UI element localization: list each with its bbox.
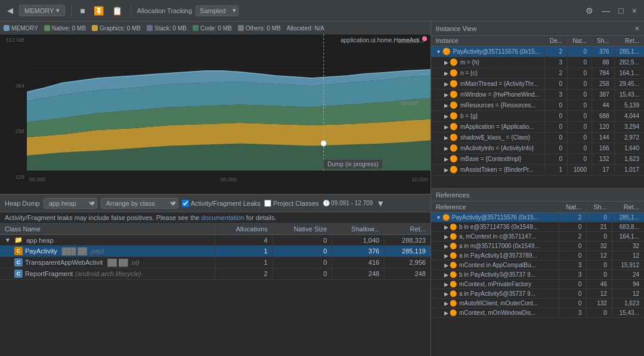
tree-toggle[interactable]: ▶ xyxy=(444,124,448,130)
instance-row[interactable]: ▶ 🟠 n = {c} 2 0 784 164,1... xyxy=(431,68,644,79)
col-native-size[interactable]: Native Size xyxy=(273,224,332,235)
col-allocations[interactable]: Allocations xyxy=(215,224,273,235)
inst-col-de[interactable]: De... xyxy=(545,36,568,47)
tree-toggle-icon[interactable]: ▼ xyxy=(5,237,11,243)
reference-row[interactable]: ▶ 🟠 b in e@357114736 (0x1549... 0 21 683… xyxy=(431,222,644,232)
reference-row[interactable]: ▶ 🟠 a in PayActivity1@3573789... 0 12 12 xyxy=(431,251,644,261)
col-retained[interactable]: Ret... xyxy=(385,224,431,235)
reference-row[interactable]: ▶ 🟠 a in m@357117000 (0x1549... 0 32 32 xyxy=(431,242,644,251)
ref-tree-toggle[interactable]: ▶ xyxy=(444,243,448,249)
instance-row[interactable]: ▶ 🟠 mApplication = {Applicatio... 0 0 12… xyxy=(431,122,644,132)
instance-row[interactable]: ▶ 🟠 mBase = {ContextImpl} 0 0 132 1,623 xyxy=(431,154,644,165)
ref-icon: 🟠 xyxy=(450,243,457,249)
arrange-select-wrapper[interactable]: Arrange by class Arrange by callstack xyxy=(101,198,178,209)
reference-row[interactable]: ▶ 🟠 b in PayActivity3@35737 9... 3 0 24 xyxy=(431,270,644,280)
col-class-name[interactable]: Class Name xyxy=(0,224,215,235)
ref-tree-toggle[interactable]: ▼ xyxy=(436,215,441,221)
reference-row[interactable]: ▶ 🟠 mAutofillClient, mOuterCont... 0 132… xyxy=(431,299,644,308)
sampled-select[interactable]: Sampled Full xyxy=(196,5,239,16)
ref-col-sh[interactable]: Sh... xyxy=(587,202,612,213)
ref-tree-toggle[interactable]: ▶ xyxy=(444,291,448,297)
ref-tree-toggle[interactable]: ▶ xyxy=(444,310,448,316)
ref-ret: 1,623 xyxy=(612,299,644,308)
tree-toggle[interactable]: ▶ xyxy=(444,113,448,119)
reference-row[interactable]: ▶ 🟠 a, mContext in c@3571147... 2 0 164,… xyxy=(431,232,644,242)
references-data-table: Reference Nat... Sh... Ret... ▼ 🟠 PayAct… xyxy=(431,202,644,318)
table-row[interactable]: C PayActivity ███ ██ .pay) 1 0 376 285,1… xyxy=(0,246,431,257)
project-classes-checkbox[interactable] xyxy=(264,200,271,207)
gc-button[interactable]: ⏬ xyxy=(91,5,106,17)
ref-col-ret[interactable]: Ret... xyxy=(612,202,644,213)
instance-view-close[interactable]: × xyxy=(634,24,639,33)
maximize-button[interactable]: □ xyxy=(616,5,626,17)
tree-toggle[interactable]: ▼ xyxy=(436,49,441,55)
inst-sh: 688 xyxy=(592,111,615,122)
tree-toggle[interactable]: ▶ xyxy=(444,135,448,141)
tree-toggle[interactable]: ▶ xyxy=(444,167,448,173)
heap-select-wrapper[interactable]: app heap image heap zygote heap xyxy=(44,198,97,209)
inst-col-instance[interactable]: Instance xyxy=(431,36,545,47)
instance-row[interactable]: ▶ 🟠 mActivityInfo = {ActivityInfo} 0 0 1… xyxy=(431,143,644,154)
ref-tree-toggle[interactable]: ▶ xyxy=(444,262,448,268)
documentation-link[interactable]: documentation xyxy=(202,214,244,221)
col-shallow[interactable]: Shallow... xyxy=(332,224,385,235)
minimize-button[interactable]: — xyxy=(599,5,612,17)
tree-toggle[interactable]: ▶ xyxy=(444,81,448,87)
reference-row[interactable]: ▶ 🟠 mContext in AppCompatBu... 3 0 15,91… xyxy=(431,261,644,270)
table-row[interactable]: C TransparentAppWebActivit ██ ██ .ui) 1 … xyxy=(0,257,431,268)
tree-toggle[interactable]: ▶ xyxy=(444,70,448,76)
activity-leaks-checkbox[interactable] xyxy=(182,200,189,207)
project-classes-checkbox-label[interactable]: Project Classes xyxy=(264,200,318,207)
heap-select[interactable]: app heap image heap zygote heap xyxy=(44,198,97,209)
instance-row[interactable]: ▶ 🟠 mResources = {Resources... 0 0 44 5,… xyxy=(431,100,644,111)
svg-point-12 xyxy=(321,140,327,146)
instance-row[interactable]: ▶ 🟠 mWindow = {HwPhoneWind... 3 0 387 15… xyxy=(431,89,644,100)
reference-row[interactable]: ▶ 🟠 mContext, mOnWindowDis... 3 0 15,43.… xyxy=(431,308,644,318)
tree-toggle[interactable]: ▶ xyxy=(444,92,448,98)
close-button[interactable]: × xyxy=(630,5,639,17)
back-button[interactable]: ◀ xyxy=(5,5,16,16)
ref-tree-toggle[interactable]: ▶ xyxy=(444,272,448,278)
ref-name: a in m@357117000 (0x1549... xyxy=(459,243,540,249)
instance-row[interactable]: ▶ 🟠 shadow$_klass_ = {Class} 0 0 144 2,9… xyxy=(431,132,644,143)
instance-row[interactable]: ▶ 🟠 mMainThread = {ActivityThr... 0 0 25… xyxy=(431,79,644,89)
stop-button[interactable]: ■ xyxy=(78,5,87,17)
ref-tree-toggle[interactable]: ▶ xyxy=(444,281,448,287)
instance-view-panel: Instance View × Instance De... Nat... Sh… xyxy=(431,21,644,189)
ref-col-reference[interactable]: Reference xyxy=(431,202,559,213)
table-row[interactable]: ▼ 📁 app heap 4 0 1,040 288,323 xyxy=(0,235,431,246)
tree-toggle[interactable]: ▶ xyxy=(444,156,448,162)
reference-row[interactable]: ▼ 🟠 PayActivity@357115576 (0x15... 2 0 2… xyxy=(431,213,644,222)
arrange-select[interactable]: Arrange by class Arrange by callstack xyxy=(101,198,178,209)
inst-col-nat[interactable]: Nat... xyxy=(568,36,592,47)
sampled-select-wrapper[interactable]: Sampled Full xyxy=(196,5,239,16)
instance-row[interactable]: ▶ 🟠 mAssistToken = {BinderPr... 1 1000 1… xyxy=(431,165,644,175)
ref-col-nat[interactable]: Nat... xyxy=(559,202,587,213)
activity-leaks-checkbox-label[interactable]: Activity/Fragment Leaks xyxy=(182,200,261,207)
dump-button[interactable]: 📋 xyxy=(110,5,125,17)
reference-row[interactable]: ▶ 🟠 mContext, mPrivateFactory 0 46 94 xyxy=(431,280,644,289)
tree-toggle[interactable]: ▶ xyxy=(444,103,448,109)
inst-col-sh[interactable]: Sh... xyxy=(592,36,615,47)
ref-name: mContext, mPrivateFactory xyxy=(459,281,531,287)
ref-name-cell: ▶ 🟠 mContext in AppCompatBu... xyxy=(431,261,559,270)
ref-tree-toggle[interactable]: ▶ xyxy=(444,224,448,230)
ref-ret: 683,8... xyxy=(612,222,644,232)
tree-toggle[interactable]: ▶ xyxy=(444,60,448,66)
settings-icon[interactable]: ⚙ xyxy=(583,5,596,17)
ref-tree-toggle[interactable]: ▶ xyxy=(444,301,448,307)
ref-icon: 🟠 xyxy=(450,281,457,287)
tree-toggle[interactable]: ▶ xyxy=(444,146,448,151)
instance-row[interactable]: ▼ 🟠 PayActivity@357115576 (0x15... 2 0 3… xyxy=(431,47,644,57)
filter-button[interactable]: ▼ xyxy=(376,199,385,208)
reference-row[interactable]: ▶ 🟠 a in PayActivity5@35737 9... 0 12 12 xyxy=(431,289,644,299)
ref-tree-toggle[interactable]: ▶ xyxy=(444,234,448,240)
ref-ret: 164,1... xyxy=(612,232,644,242)
folder-name: app heap xyxy=(26,237,54,244)
instance-row[interactable]: ▶ 🟠 m = {h} 3 0 88 282,5... xyxy=(431,57,644,68)
instance-row[interactable]: ▶ 🟠 b = {g} 0 0 688 4,044 xyxy=(431,111,644,122)
inst-col-ret[interactable]: Ret... xyxy=(614,36,644,47)
table-row[interactable]: C ReportFragment (android.arch.lifecycle… xyxy=(0,268,431,280)
memory-dropdown[interactable]: MEMORY ▾ xyxy=(19,5,65,16)
ref-tree-toggle[interactable]: ▶ xyxy=(444,253,448,259)
